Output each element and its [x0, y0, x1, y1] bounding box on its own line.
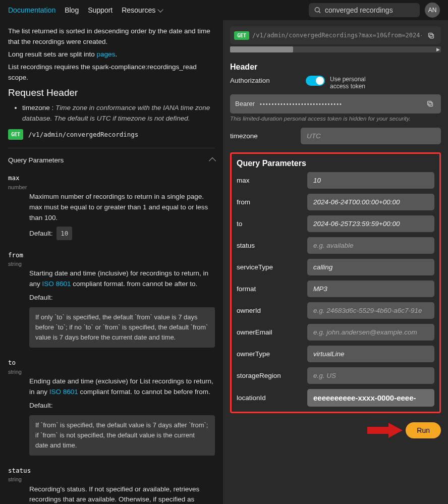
request-url: /v1/admin/convergedRecordings?max=10&fro… [252, 32, 422, 39]
main-nav: Documentation Blog Support Resources [8, 6, 162, 14]
nav-support[interactable]: Support [88, 6, 113, 14]
get-badge: GET [234, 31, 249, 40]
param-type: string [8, 475, 215, 484]
owneremail-label: ownerEmail [237, 328, 307, 336]
locationid-label: locationId [237, 394, 307, 402]
svg-line-1 [319, 11, 320, 13]
servicetype-input[interactable] [307, 259, 434, 275]
doc-text: The list returned is sorted in descendin… [8, 26, 215, 47]
max-label: max [237, 177, 307, 184]
storageregion-label: storageRegion [237, 372, 307, 379]
svg-marker-6 [367, 423, 403, 438]
param-type: number [8, 183, 215, 192]
run-button[interactable]: Run [406, 422, 441, 438]
param-desc: Maximum number of recordings to return i… [29, 193, 208, 221]
arrow-annotation-icon [367, 423, 403, 438]
svg-rect-3 [428, 33, 432, 37]
query-params-title: Query Parameters [237, 159, 434, 168]
copy-icon [427, 32, 435, 39]
nav-documentation[interactable]: Documentation [8, 6, 55, 14]
try-it-panel: GET /v1/admin/convergedRecordings?max=10… [223, 20, 448, 504]
token-toggle[interactable] [306, 76, 325, 86]
request-header-heading: Request Header [8, 85, 215, 100]
param-desc: Recording's status. If not specified or … [29, 485, 209, 504]
search-icon [314, 7, 322, 14]
query-params-toggle[interactable]: Query Parameters [8, 148, 215, 173]
iso-link[interactable]: ISO 8601 [49, 388, 78, 396]
ownertype-select[interactable] [307, 346, 434, 362]
timezone-link[interactable]: Time zone [55, 104, 87, 111]
endpoint-path: /v1/admin/convergedRecordings [28, 130, 138, 139]
endpoint-row: GET /v1/admin/convergedRecordings [8, 129, 215, 140]
avatar[interactable]: AN [425, 3, 440, 18]
nav-blog[interactable]: Blog [65, 6, 79, 14]
bearer-row: Bearer •••••••••••••••••••••••••••• [230, 94, 441, 114]
svg-rect-4 [429, 102, 433, 106]
owneremail-input[interactable] [307, 324, 434, 341]
chevron-down-icon [157, 7, 163, 13]
header-section-title: Header [230, 63, 441, 72]
ownertype-label: ownerType [237, 350, 307, 358]
status-label: status [237, 242, 307, 249]
max-input[interactable] [307, 172, 434, 189]
doc-text: Long result sets are split into pages. [8, 49, 215, 60]
chevron-up-icon [209, 157, 216, 164]
copy-url-button[interactable] [425, 29, 437, 41]
param-desc: Ending date and time (exclusive) for Lis… [29, 377, 213, 396]
svg-rect-2 [430, 34, 434, 38]
top-bar: Documentation Blog Support Resources AN [0, 0, 448, 20]
highlighted-params-box: Query Parameters max from to status serv… [230, 152, 441, 413]
param-name-from: from [8, 250, 215, 260]
param-name-max: max [8, 173, 215, 183]
token-hidden: •••••••••••••••••••••••••••• [260, 101, 419, 107]
servicetype-label: serviceType [237, 263, 307, 271]
param-desc: Starting date and time (inclusive) for r… [29, 269, 208, 288]
copy-token-button[interactable] [424, 98, 436, 110]
param-type: string [8, 260, 215, 268]
ownerid-label: ownerId [237, 307, 307, 314]
svg-rect-5 [427, 101, 431, 105]
pages-link[interactable]: pages [97, 50, 116, 58]
iso-link[interactable]: ISO 8601 [42, 280, 71, 288]
search-box[interactable] [309, 3, 420, 17]
timezone-input[interactable] [301, 128, 441, 144]
default-note: If `from` is specified, the default valu… [29, 415, 215, 456]
to-input[interactable] [307, 215, 434, 232]
url-preview: GET /v1/admin/convergedRecordings?max=10… [230, 26, 441, 44]
timezone-label: timezone [230, 132, 301, 140]
url-scrollbar[interactable]: ◀▶ [230, 46, 441, 52]
get-badge: GET [8, 129, 23, 140]
svg-point-0 [315, 7, 319, 12]
doc-text: List recordings requires the spark-compl… [8, 62, 215, 83]
toggle-label: Use personal access token [330, 76, 380, 90]
from-label: from [237, 198, 307, 206]
param-name-to: to [8, 358, 215, 367]
doc-panel: The list returned is sorted in descendin… [0, 20, 223, 504]
locationid-input[interactable] [307, 389, 434, 407]
bearer-label: Bearer [235, 100, 255, 107]
timezone-bullet: timezone : Time zone in conformance with… [22, 103, 215, 124]
default-note: If only `to` is specified, the default `… [29, 307, 215, 348]
to-label: to [237, 220, 307, 228]
status-input[interactable] [307, 237, 434, 254]
token-hint: This limited-duration personal access to… [230, 116, 441, 122]
storageregion-input[interactable] [307, 367, 434, 384]
from-input[interactable] [307, 194, 434, 210]
default-value: 10 [57, 227, 72, 240]
ownerid-input[interactable] [307, 302, 434, 319]
copy-icon [426, 100, 434, 107]
search-input[interactable] [325, 6, 415, 14]
format-input[interactable] [307, 281, 434, 297]
auth-label: Authorization [230, 76, 301, 84]
nav-resources[interactable]: Resources [122, 6, 162, 14]
format-label: format [237, 285, 307, 293]
param-type: string [8, 368, 215, 376]
param-name-status: status [8, 466, 215, 475]
